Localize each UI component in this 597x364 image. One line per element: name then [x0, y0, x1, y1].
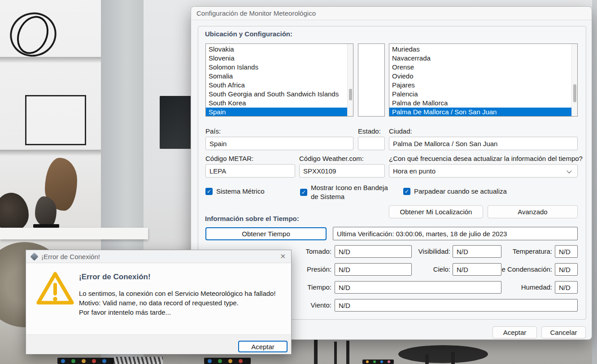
city-list-item[interactable]: Muriedas	[389, 45, 571, 54]
frequency-select[interactable]: Hora en punto	[389, 164, 578, 178]
shelf-shadow	[0, 150, 101, 156]
state-label: Estado:	[358, 127, 381, 135]
green-dot-icon	[373, 360, 376, 363]
dialog-title: Configuración de Monitor Meteorológico	[196, 9, 316, 17]
glass-display-case	[25, 95, 86, 145]
country-listbox[interactable]: Slovakia Slovenia Solomon Islands Somali…	[205, 43, 353, 117]
metric-system-checkbox[interactable]: ✓ Sistema Métrico	[205, 187, 265, 195]
cielo-label: Cielo:	[395, 265, 450, 273]
tiempo-value[interactable]: N/D	[335, 281, 501, 294]
checkbox-label: Mostrar Icono en Bandeja de Sistema	[311, 183, 395, 201]
cielo-value[interactable]: N/D	[453, 263, 501, 276]
country-list-item[interactable]: South Georgia and South Sandwich Islands	[206, 90, 347, 99]
humedad-label: Humedad:	[483, 283, 552, 291]
city-listbox[interactable]: Muriedas Navacerrada Orense Oviedo Pajar…	[389, 43, 578, 117]
punto-condensacion-label-text: Punto de Condensación:	[500, 265, 552, 273]
table-leg	[425, 354, 429, 364]
city-list-item-selected[interactable]: Palma De Mallorca / Son San Juan	[389, 108, 571, 117]
widget-icons-strip	[362, 360, 394, 364]
temperatura-value[interactable]: N/D	[555, 245, 578, 258]
visibilidad-label: Visibilidad:	[395, 247, 450, 255]
scrollbar-thumb[interactable]	[573, 84, 576, 102]
country-input[interactable]: Spain	[205, 137, 353, 150]
yellow-dot-icon	[82, 359, 86, 363]
table-leg	[314, 339, 318, 364]
red-dot-icon	[239, 359, 243, 363]
temperatura-label: Temperatura:	[483, 247, 552, 255]
advanced-button[interactable]: Avanzado	[488, 205, 578, 218]
tray-icon-checkbox[interactable]: ✓ Mostrar Icono en Bandeja de Sistema	[300, 183, 395, 201]
last-check-box: Ultima Verificación: 03:00:06, martes, 1…	[333, 227, 578, 240]
yellow-dot-icon	[228, 359, 232, 363]
viento-value[interactable]: N/D	[335, 299, 578, 312]
table-leg	[451, 352, 455, 364]
metar-label: Código METAR:	[205, 155, 253, 162]
humedad-value[interactable]: N/D	[555, 281, 578, 294]
country-list-item[interactable]: South Korea	[206, 99, 347, 108]
shelf-shadow	[0, 57, 101, 63]
get-weather-button[interactable]: Obtener Tiempo	[205, 227, 327, 240]
state-input[interactable]	[358, 137, 385, 150]
table-leg	[334, 342, 337, 364]
weathercom-label: Código Weather.com:	[299, 155, 364, 162]
punto-condensacion-label: Punto de Condensación:	[500, 265, 552, 273]
blink-checkbox[interactable]: ✓ Parpadear cuando se actualiza	[403, 187, 507, 195]
close-icon[interactable]: ✕	[280, 252, 286, 260]
city-list-item[interactable]: Palencia	[389, 90, 571, 99]
checkbox-label: Parpadear cuando se actualiza	[414, 187, 507, 195]
country-list-item[interactable]: South Africa	[206, 81, 347, 90]
yellow-dot-icon	[366, 360, 369, 363]
country-list-item-selected[interactable]: Spain	[206, 108, 347, 117]
pink-dot-icon	[388, 360, 390, 363]
city-list-item[interactable]: Orense	[389, 63, 571, 72]
photo-edge	[592, 0, 597, 364]
zebra-pattern	[113, 357, 163, 364]
error-heading: ¡Error de Conexión!	[79, 273, 151, 282]
checkbox-check-icon[interactable]: ✓	[300, 189, 307, 196]
metar-input[interactable]: LEPA	[205, 164, 295, 178]
checkbox-check-icon[interactable]: ✓	[403, 188, 410, 195]
blue-dot-icon	[102, 359, 106, 363]
error-message: Lo sentimos, la conexión con el Servicio…	[79, 289, 276, 317]
error-ok-button[interactable]: Aceptar	[238, 341, 288, 352]
checkbox-label: Sistema Métrico	[216, 187, 265, 195]
table-leg	[346, 341, 349, 364]
country-list-item[interactable]: Slovenia	[206, 54, 347, 63]
ok-button[interactable]: Aceptar	[492, 326, 537, 338]
city-input[interactable]: Palma De Mallorca / Son San Juan	[389, 137, 578, 150]
city-list-item[interactable]: Oviedo	[389, 72, 571, 81]
error-dialog-titlebar[interactable]: ¡Error de Conexión! ✕	[26, 250, 291, 263]
frequency-selected-value: Hora en punto	[393, 167, 436, 175]
blue-dot-icon	[380, 360, 383, 363]
widget-icons-strip	[204, 358, 251, 364]
cancel-button[interactable]: Cancelar	[541, 326, 586, 338]
frequency-label: ¿Con qué frecuencia desea actualizar la …	[389, 155, 583, 162]
city-list-item[interactable]: Palma de Mallorca	[389, 99, 571, 108]
location-section-header: Ubicación y Configuración:	[205, 30, 292, 38]
country-list-item[interactable]: Slovakia	[206, 45, 347, 54]
punto-condensacion-value[interactable]: N/D	[555, 263, 578, 276]
country-list-item[interactable]: Somalia	[206, 72, 347, 81]
error-dialog-title: ¡Error de Conexión!	[41, 253, 100, 260]
country-list-scrollbar[interactable]	[347, 44, 353, 116]
country-list-item[interactable]: Solomon Islands	[206, 63, 347, 72]
scrollbar-thumb[interactable]	[349, 89, 352, 100]
chevron-down-icon	[566, 168, 571, 173]
stone-sculpture	[35, 196, 57, 228]
get-location-button[interactable]: Obtener Mi Localización	[389, 205, 483, 218]
city-label: Ciudad:	[389, 127, 412, 135]
dialog-titlebar[interactable]: Configuración de Monitor Meteorológico	[191, 7, 592, 20]
weathercom-input[interactable]: SPXX0109	[299, 164, 385, 178]
green-dot-icon	[218, 359, 222, 363]
widget-icons-strip	[57, 358, 114, 364]
city-list-item[interactable]: Pajares	[389, 81, 571, 90]
checkbox-check-icon[interactable]: ✓	[205, 188, 213, 195]
city-list-scrollbar[interactable]	[571, 44, 577, 116]
error-line: Motivo: Valid name, no data record of re…	[79, 298, 276, 308]
app-diamond-icon	[30, 252, 38, 260]
green-dot-icon	[71, 359, 75, 363]
blue-dot-icon	[208, 359, 212, 363]
state-listbox[interactable]	[358, 43, 385, 117]
city-list-item[interactable]: Navacerrada	[389, 54, 571, 63]
blue-dot-icon	[61, 359, 65, 363]
